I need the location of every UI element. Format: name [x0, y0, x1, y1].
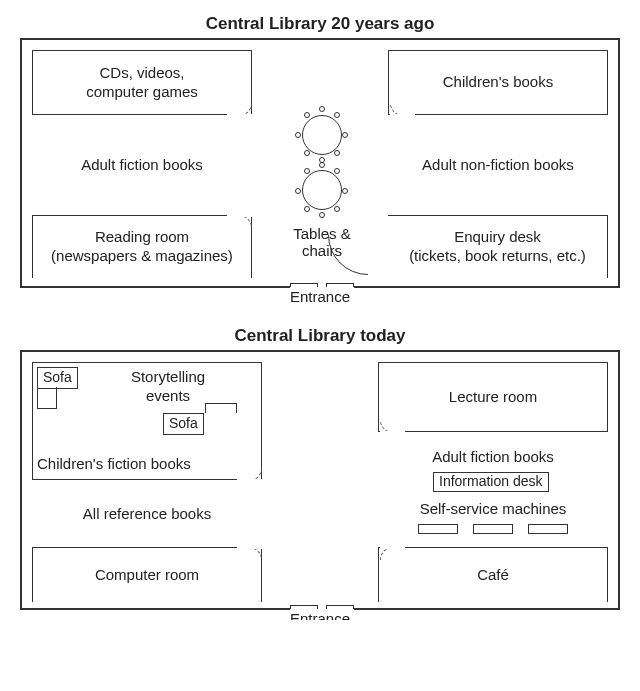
chair-icon [334, 150, 340, 156]
entrance-label: Entrance [22, 608, 618, 620]
self-service-machine-icon [418, 524, 458, 534]
adult-fiction-label: Adult fiction books [378, 448, 608, 467]
information-desk-box: Information desk [433, 472, 549, 492]
sofa-box: Sofa [37, 367, 78, 389]
chair-icon [304, 112, 310, 118]
room-label: Adult fiction books [81, 156, 203, 175]
chair-icon [319, 212, 325, 218]
chair-icon [304, 206, 310, 212]
room-adult-nonfiction: Adult non-fiction books [388, 118, 608, 213]
table-icon [302, 170, 342, 210]
room-childrens-area: Sofa Storytelling events Sofa Children's… [32, 362, 262, 480]
chair-icon [295, 188, 301, 194]
chair-icon [334, 168, 340, 174]
room-computer-room: Computer room [32, 547, 262, 602]
room-label: Adult non-fiction books [422, 156, 574, 175]
plan1-title: Central Library 20 years ago [10, 14, 630, 34]
childrens-fiction-label: Children's fiction books [37, 455, 257, 474]
room-label: Children's books [443, 73, 553, 92]
room-label: CDs, videos, computer games [86, 64, 198, 102]
room-adult-fiction-today: Adult fiction books Information desk Sel… [378, 434, 608, 544]
chair-icon [319, 106, 325, 112]
entrance-label: Entrance [22, 286, 618, 305]
chair-icon [295, 132, 301, 138]
room-label: Computer room [95, 566, 199, 585]
room-label: Reading room (newspapers & magazines) [51, 228, 233, 266]
room-label: Café [477, 566, 509, 585]
sofa-l-icon [205, 403, 237, 413]
room-childrens-books: Children's books [388, 50, 608, 115]
storytelling-label: Storytelling events [108, 368, 228, 406]
room-reading-room: Reading room (newspapers & magazines) [32, 215, 252, 278]
floorplan-past: CDs, videos, computer games Adult fictio… [20, 38, 620, 288]
room-cafe: Café [378, 547, 608, 602]
room-lecture-room: Lecture room [378, 362, 608, 432]
self-service-label: Self-service machines [378, 500, 608, 519]
tables-chairs-label: Tables & chairs [277, 225, 367, 259]
chair-icon [342, 132, 348, 138]
room-cds-videos-games: CDs, videos, computer games [32, 50, 252, 115]
chair-icon [342, 188, 348, 194]
chair-icon [319, 162, 325, 168]
chair-icon [304, 150, 310, 156]
room-label: All reference books [83, 505, 211, 524]
room-enquiry-desk: Enquiry desk (tickets, book returns, etc… [388, 215, 608, 278]
chair-icon [334, 112, 340, 118]
sofa-l-icon [37, 387, 57, 409]
sofa-box: Sofa [163, 413, 204, 435]
plan2-title: Central Library today [10, 326, 630, 346]
self-service-machine-icon [473, 524, 513, 534]
room-all-reference: All reference books [32, 484, 262, 544]
chair-icon [304, 168, 310, 174]
room-adult-fiction: Adult fiction books [32, 118, 252, 213]
floorplan-today: Sofa Storytelling events Sofa Children's… [20, 350, 620, 610]
chair-icon [334, 206, 340, 212]
room-label: Lecture room [449, 388, 537, 407]
self-service-machine-icon [528, 524, 568, 534]
table-icon [302, 115, 342, 155]
room-label: Enquiry desk (tickets, book returns, etc… [409, 228, 586, 266]
